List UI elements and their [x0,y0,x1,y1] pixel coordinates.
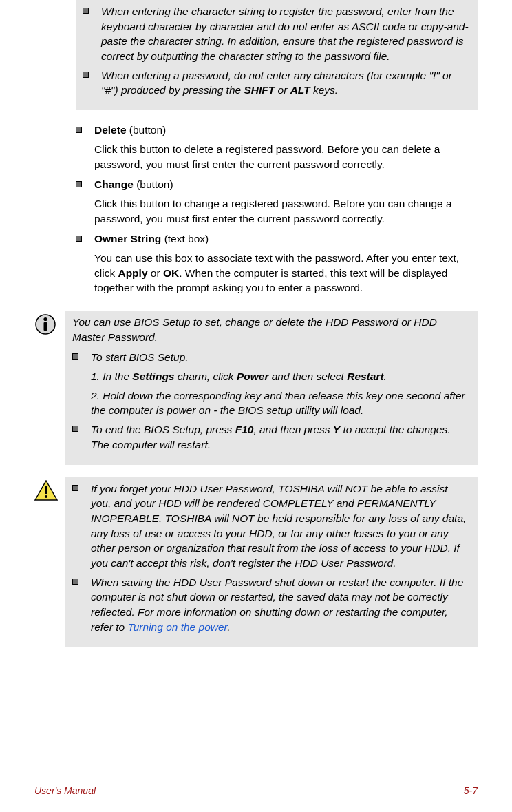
svg-point-5 [45,495,47,497]
list-item-delete: Delete (button) Click this button to del… [76,123,478,174]
list-item-desc: Click this button to change a registered… [94,196,478,226]
page-content: When entering the character string to re… [0,0,512,647]
text-span: keys. [310,84,338,96]
text-span: or [148,267,163,279]
info-intro: You can use BIOS Setup to set, change or… [72,315,471,344]
bullet-icon [76,127,82,133]
text-span: , and then press [253,424,332,435]
list-item-change: Change (button) Click this button to cha… [76,177,478,229]
title-rest: (button) [127,124,167,136]
bios-step-2: 2. Hold down the corresponding key and t… [91,388,471,418]
warning-note-body: If you forget your HDD User Password, TO… [65,477,478,647]
key-shift: SHIFT [244,84,275,96]
bullet-icon [72,426,78,432]
bullet-icon [72,579,78,585]
text-span: and then select [268,371,347,382]
y-bold: Y [333,424,340,435]
text-span: To end the BIOS Setup, press [91,424,235,435]
title-bold: Change [94,178,134,190]
text-span: . [227,621,230,633]
note-item: To start BIOS Setup. 1. In the Settings … [72,350,471,418]
note-text: When entering a password, do not enter a… [101,68,471,98]
svg-point-2 [43,317,47,321]
info-note-body: You can use BIOS Setup to set, change or… [65,311,478,465]
bullet-icon [76,236,82,242]
text-span: or [275,84,290,96]
bullet-icon [83,72,89,78]
bullet-icon [83,8,89,14]
apply-bold: Apply [118,267,147,279]
ok-bold: OK [163,267,179,279]
list-item-content: Delete (button) Click this button to del… [94,123,478,174]
list-item-owner-string: Owner String (text box) You can use this… [76,231,478,298]
note-item: If you forget your HDD User Password, TO… [72,481,471,571]
title-bold: Owner String [94,233,161,244]
bullet-icon [76,181,82,187]
note-text: To start BIOS Setup. 1. In the Settings … [91,350,471,418]
bullet-icon [72,485,78,491]
f10-bold: F10 [235,424,254,435]
note-item: To end the BIOS Setup, press F10, and th… [72,422,471,452]
text-span: 1. In the [91,371,132,382]
page-footer: User's Manual 5-7 [0,780,512,798]
footer-page-number: 5-7 [464,784,478,798]
list-item-desc: You can use this box to associate text w… [94,251,478,295]
note-text: When saving the HDD User Password shut d… [91,575,471,635]
list-item-title: Change (button) [94,177,478,192]
svg-rect-1 [44,322,47,331]
list-item-desc: Click this button to delete a registered… [94,142,478,171]
text-span: . [384,371,387,382]
warning-note: If you forget your HDD User Password, TO… [34,477,478,647]
footer-left: User's Manual [34,784,96,798]
settings-bold: Settings [132,371,174,382]
note-item: When entering the character string to re… [83,4,471,64]
note-text: When entering the character string to re… [101,4,471,64]
title-bold: Delete [94,124,127,136]
title-rest: (button) [134,178,173,190]
info-note: You can use BIOS Setup to set, change or… [34,311,478,465]
restart-bold: Restart [347,371,383,382]
list-item-title: Owner String (text box) [94,231,478,247]
power-bold: Power [237,371,269,382]
note-item: When saving the HDD User Password shut d… [72,575,471,635]
title-rest: (text box) [161,233,209,244]
warning-icon [34,477,58,647]
bullet-icon [72,353,78,360]
text-span: charm, click [174,371,236,382]
info-icon [34,311,58,465]
svg-rect-4 [45,486,47,494]
list-item-content: Owner String (text box) You can use this… [94,231,478,298]
bios-start-lead: To start BIOS Setup. [91,350,471,365]
note-text: If you forget your HDD User Password, TO… [91,481,471,571]
note-box-top: When entering the character string to re… [76,0,478,110]
key-alt: ALT [290,84,310,96]
list-item-content: Change (button) Click this button to cha… [94,177,478,229]
list-item-title: Delete (button) [94,123,478,138]
note-item: When entering a password, do not enter a… [83,68,471,98]
bios-step-1: 1. In the Settings charm, click Power an… [91,369,471,384]
note-text: To end the BIOS Setup, press F10, and th… [91,422,471,452]
body-list: Delete (button) Click this button to del… [76,123,478,298]
turning-on-power-link[interactable]: Turning on the power [127,621,227,633]
